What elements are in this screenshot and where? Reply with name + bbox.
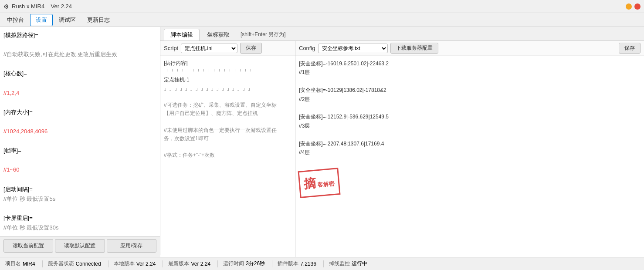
script-line-2: 「「「「「「「「「「「「「「「「「「 <box>164 68 291 76</box>
simulator-path-label: [模拟器路径]= <box>3 30 156 40</box>
title-bar: ⚙ Rush x MIR4 Ver 2.24 <box>0 0 644 13</box>
menu-shezhi[interactable]: 设置 <box>30 14 53 26</box>
status-local-ver: 本地版本 Ver 2.24 <box>114 260 163 267</box>
status-server-status: 服务器状态 Connected <box>48 260 108 267</box>
memory-value: //1024,2048,4096 <box>3 127 156 136</box>
script-line-9: //格式：任务+"-"+次数 <box>164 151 291 159</box>
script-spacer2 <box>164 118 291 126</box>
script-toolbar: Script 定点挂机.ini 保存 <box>160 41 295 56</box>
memory-label: [内存大小]= <box>3 108 156 117</box>
status-bar: 项目名 MIR4 服务器状态 Connected 本地版本 Ver 2.24 最… <box>0 257 644 270</box>
status-plugin-ver: 插件版本 7.2136 <box>278 260 323 267</box>
script-select[interactable]: 定点挂机.ini <box>181 44 237 53</box>
watermark-stamp: 摘 客解密 <box>298 168 340 198</box>
left-wrapper: [模拟器路径]= //自动获取失败,可在此处更改,更改后重启生效 [核心数]= … <box>0 27 160 257</box>
app-icon: ⚙ <box>3 3 9 10</box>
config-spacer3 <box>299 130 641 139</box>
config-save-btn[interactable]: 保存 <box>619 43 641 54</box>
script-label: Script <box>164 45 178 51</box>
config-line-3: [安全坐标]=-10129|1386.02|-17818&2 <box>299 86 641 94</box>
config-spacer2 <box>299 104 641 112</box>
script-line-1: [执行内容] <box>164 59 291 68</box>
status-sep-6 <box>323 260 324 267</box>
status-sep-3 <box>163 260 163 267</box>
read-default-btn[interactable]: 读取默认配置 <box>55 239 105 253</box>
core-count-value: //1,2,4 <box>3 88 156 98</box>
menu-zhongkongdai[interactable]: 中控台 <box>2 14 29 26</box>
status-sep-2 <box>108 260 108 267</box>
menu-tiaoshiqu[interactable]: 调试区 <box>54 14 81 26</box>
tab-hint: [shift+Enter 另存为] <box>241 29 286 40</box>
left-buttons: 读取当前配置 读取默认配置 应用/保存 <box>0 236 160 255</box>
config-line-5: [安全坐标]=-12152.9|-536.629|12549.5 <box>299 112 641 121</box>
title-left: ⚙ Rush x MIR4 Ver 2.24 <box>3 3 72 10</box>
config-line-6: //3层 <box>299 122 641 130</box>
status-run-time: 运行时间 3分26秒 <box>223 260 272 267</box>
start-interval-comment: //单位 秒 最低设置5s <box>3 194 156 204</box>
config-download-btn[interactable]: 下载服务器配置 <box>390 43 438 54</box>
menu-genxinrizhi[interactable]: 更新日志 <box>82 14 115 26</box>
spacer2 <box>3 59 156 69</box>
minimize-button[interactable] <box>626 3 632 10</box>
tabs-bar: 脚本编辑 坐标获取 [shift+Enter 另存为] <box>160 27 644 41</box>
main-content: [模拟器路径]= //自动获取失败,可在此处更改,更改后重启生效 [核心数]= … <box>0 27 644 257</box>
script-line-8: 务，次数设置1即可 <box>164 135 291 143</box>
config-line-2: //1层 <box>299 68 641 77</box>
config-line-8: //4层 <box>299 148 641 157</box>
spacer1 <box>3 40 156 50</box>
config-content: [安全坐标]=-16019.6|2501.02|-22463.2 //1层 [安… <box>295 56 644 257</box>
screen-restart-label: [卡屏重启]= <box>3 213 156 223</box>
script-content: [执行内容] 「「「「「「「「「「「「「「「「「「 定点挂机-1 」」」」」」」… <box>160 56 295 257</box>
status-project-name: 项目名 MIR4 <box>5 260 42 267</box>
close-button[interactable] <box>634 3 641 10</box>
spacer4 <box>3 98 156 108</box>
status-sep-1 <box>42 260 43 267</box>
status-sep-5 <box>272 260 272 267</box>
spacer7 <box>3 155 156 165</box>
script-line-3: 定点挂机-1 <box>164 76 291 84</box>
left-panel: [模拟器路径]= //自动获取失败,可在此处更改,更改后重启生效 [核心数]= … <box>0 27 160 236</box>
script-line-7: //未使用过脚本的角色一定要执行一次游戏设置任 <box>164 126 291 135</box>
screen-restart-comment: //单位 秒 最低设置30s <box>3 223 156 233</box>
apply-save-btn[interactable]: 应用/保存 <box>107 239 156 253</box>
status-latest-ver: 最新版本 Ver 2.24 <box>168 260 217 267</box>
status-drop-monitor: 掉线监控 运行中 <box>329 260 374 267</box>
script-line-4: 」」」」」」」」」」」」」」」」」 <box>164 84 291 93</box>
menu-bar: 中控台 设置 调试区 更新日志 <box>0 13 644 27</box>
read-current-btn[interactable]: 读取当前配置 <box>3 239 53 253</box>
right-panel: 脚本编辑 坐标获取 [shift+Enter 另存为] Script 定点挂机.… <box>160 27 644 257</box>
config-spacer1 <box>299 77 641 86</box>
config-line-7: [安全坐标]=-2207.48|1307.6|17169.4 <box>299 139 641 148</box>
spacer5 <box>3 117 156 127</box>
tab-script-edit[interactable]: 脚本编辑 <box>164 29 200 40</box>
script-line-6: 【用户自己定位用】、魔方阵、定点挂机 <box>164 109 291 118</box>
framerate-label: [帧率]= <box>3 146 156 155</box>
title-controls <box>626 3 641 10</box>
config-toolbar: Config 安全坐标参考.txt 下载服务器配置 保存 <box>295 41 644 56</box>
script-spacer1 <box>164 93 291 101</box>
config-spacer4 <box>299 157 641 165</box>
config-line-4: //2层 <box>299 95 641 104</box>
config-area: Config 安全坐标参考.txt 下载服务器配置 保存 [安全坐标]=-160… <box>295 41 644 257</box>
framerate-value: //1~60 <box>3 165 156 175</box>
tab-coord-get[interactable]: 坐标获取 <box>200 29 236 40</box>
script-spacer3 <box>164 143 291 151</box>
script-line-5: //可选任务：挖矿、采集、游戏设置、自定义坐标 <box>164 101 291 109</box>
script-editor: Script 定点挂机.ini 保存 [执行内容] 「「「「「「「「「「「「「「… <box>160 41 295 257</box>
config-line-1: [安全坐标]=-16019.6|2501.02|-22463.2 <box>299 59 641 68</box>
script-area: Script 定点挂机.ini 保存 [执行内容] 「「「「「「「「「「「「「「… <box>160 41 644 257</box>
config-select[interactable]: 安全坐标参考.txt <box>318 44 388 53</box>
status-sep-4 <box>217 260 218 267</box>
core-count-label: [核心数]= <box>3 69 156 78</box>
spacer3 <box>3 78 156 88</box>
config-label: Config <box>299 45 315 51</box>
simulator-comment: //自动获取失败,可在此处更改,更改后重启生效 <box>3 50 156 59</box>
spacer8 <box>3 175 156 184</box>
spacer6 <box>3 136 156 146</box>
title-text: Rush x MIR4 Ver 2.24 <box>12 3 72 10</box>
script-save-btn[interactable]: 保存 <box>240 43 262 54</box>
start-interval-label: [启动间隔]= <box>3 185 156 194</box>
spacer9 <box>3 204 156 213</box>
